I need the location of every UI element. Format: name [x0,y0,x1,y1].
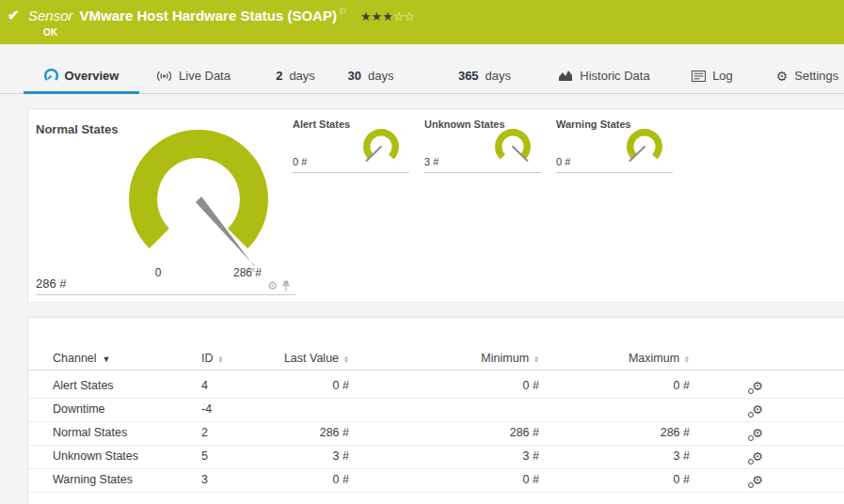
tab-30-days[interactable]: 30 days [341,58,401,93]
cell-minimum: 286 # [398,421,567,445]
cell-channel[interactable]: Normal States [53,421,194,445]
tab-label: Historic Data [580,69,649,83]
table-row[interactable]: Downtime -4 ⚙ [28,398,844,422]
tab-label: Settings [794,69,838,83]
live-data-icon [156,70,172,83]
gauge-current-value: 0 # [293,156,307,167]
ok-check-icon: ✔ [8,7,20,24]
gauge-scale-min: 0 [147,266,169,279]
priority-stars[interactable]: ★★★☆☆ [360,9,415,24]
area-chart-icon [558,70,573,82]
cell-last-value: 0 # [208,468,377,492]
table-header-row: Channel▼ ID▲▼ Last Value▲▼ Minimum▲▼ Max… [28,349,844,370]
edit-channel-icon[interactable]: ⚙ [752,421,763,445]
gauge-alert-states[interactable]: Alert States 0 # [293,117,409,173]
gauge-warning-states[interactable]: Warning States 0 # [556,117,673,173]
star-filled-icons[interactable]: ★★★ [360,9,393,24]
cell-minimum: 0 # [398,468,567,492]
sort-arrows-icon: ▲▼ [533,355,539,363]
tab-label: Live Data [179,69,231,83]
sort-caret-down-icon: ▼ [103,354,111,364]
cell-channel[interactable]: Downtime [53,398,194,421]
column-header-maximum[interactable]: Maximum▲▼ [549,349,690,368]
cell-channel[interactable]: Warning States [53,468,194,492]
table-row[interactable]: Alert States 4 0 # 0 # 0 # ⚙ [28,374,844,399]
column-header-minimum[interactable]: Minimum▲▼ [398,349,539,368]
tab-number: 2 [276,69,282,83]
tab-number: 30 [348,69,361,83]
cell-last-value: 3 # [208,445,377,468]
tab-live-data[interactable]: Live Data [149,58,238,93]
cell-id: -4 [201,398,267,421]
edit-channel-icon[interactable]: ⚙ [752,374,763,398]
tab-historic-data[interactable]: Historic Data [553,58,655,93]
cell-maximum: 286 # [549,421,718,445]
column-header-channel[interactable]: Channel▼ [53,349,194,369]
cell-channel[interactable]: Alert States [53,374,194,398]
table-row[interactable]: Warning States 3 0 # 0 # 0 # ⚙ [28,468,844,493]
column-header-last-value[interactable]: Last Value▲▼ [208,349,349,368]
gauge-unknown-states[interactable]: Unknown States 3 # [424,117,541,173]
sensor-title-line: SensorVMware Host Hardware Status (SOAP)… [28,7,415,24]
star-empty-icons[interactable]: ☆☆ [393,9,415,24]
sensor-type-label: Sensor [28,8,73,24]
main-gauge-dial: x [123,128,279,274]
tab-bar: Overview Live Data 2 days 30 days 365 da… [0,58,844,94]
cell-maximum: 0 # [549,468,718,492]
gauge-current-value: 286 # [36,276,67,291]
tab-label: Overview [65,69,119,83]
cell-channel[interactable]: Unknown States [53,445,194,468]
tab-settings[interactable]: ⚙ Settings [772,58,843,93]
sort-arrows-icon: ▲▼ [343,355,349,363]
cell-last-value: 286 # [208,421,377,445]
gauges-panel: Normal States x 0 286 # 286 # ⚙ Alert St… [27,108,844,303]
cell-minimum: 3 # [398,445,567,468]
small-gauge-dial [618,128,671,169]
log-list-icon [692,71,706,82]
sort-arrows-icon: ▲▼ [684,355,690,363]
tab-label: days [368,69,393,83]
small-gauge-dial [486,128,539,169]
edit-channel-icon[interactable]: ⚙ [752,398,763,421]
status-badge: OK [43,27,58,38]
tab-log[interactable]: Log [685,58,740,93]
gauge-title: Alert States [293,118,350,130]
gear-icon: ⚙ [776,70,788,83]
flag-icon[interactable]: ⚐ [339,7,347,17]
gauge-icon [44,69,58,83]
table-row[interactable]: Unknown States 5 3 # 3 # 3 # ⚙ [28,445,844,469]
tab-label: days [289,69,314,83]
page-title: VMware Host Hardware Status (SOAP) [80,8,337,24]
gauge-current-value: 0 # [556,156,570,167]
channels-table-panel: Channel▼ ID▲▼ Last Value▲▼ Minimum▲▼ Max… [27,317,844,504]
gauge-normal-states[interactable]: Normal States x 0 286 # 286 # ⚙ [36,118,295,295]
cell-minimum: 0 # [398,374,567,398]
tab-label: Log [712,69,733,83]
gauge-toolbar: ⚙ [267,280,291,291]
gauge-title: Normal States [36,122,118,136]
gauge-scale-max: 286 # [224,266,271,279]
gauge-settings-icon[interactable]: ⚙ [267,280,278,291]
table-row[interactable]: Normal States 2 286 # 286 # 286 # ⚙ [28,421,844,446]
pin-icon[interactable] [281,280,291,291]
cell-maximum: 0 # [549,374,718,398]
tab-overview[interactable]: Overview [24,58,139,93]
tab-365-days[interactable]: 365 days [452,58,518,93]
sensor-header: ✔ SensorVMware Host Hardware Status (SOA… [0,0,844,44]
cell-last-value: 0 # [208,374,377,398]
cell-maximum: 3 # [549,445,718,468]
tab-label: days [486,69,511,83]
edit-channel-icon[interactable]: ⚙ [752,445,763,468]
tab-2-days[interactable]: 2 days [266,58,325,93]
gauge-current-value: 3 # [424,156,438,167]
edit-channel-icon[interactable]: ⚙ [752,468,763,492]
small-gauge-dial [355,128,407,169]
tab-number: 365 [458,69,479,83]
